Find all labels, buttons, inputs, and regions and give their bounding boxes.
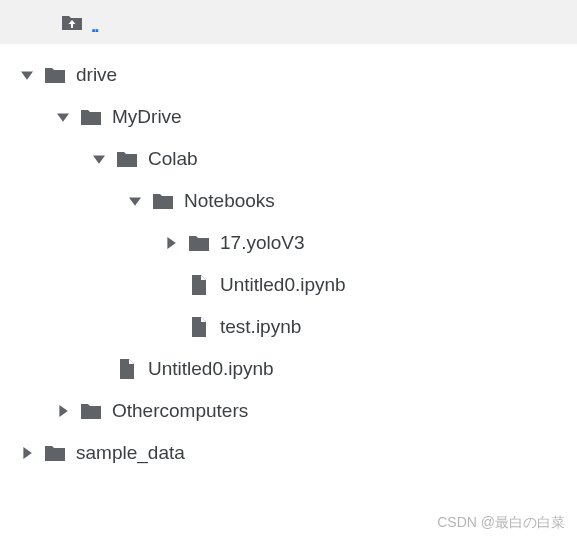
tree-item-test[interactable]: test.ipynb <box>0 306 577 348</box>
tree-item-colab[interactable]: Colab <box>0 138 577 180</box>
chevron-right-icon[interactable] <box>160 232 182 254</box>
folder-icon <box>186 232 212 254</box>
tree-item-mydrive[interactable]: MyDrive <box>0 96 577 138</box>
chevron-down-icon[interactable] <box>52 106 74 128</box>
tree-item-label: sample_data <box>76 442 185 464</box>
tree-item-label: test.ipynb <box>220 316 301 338</box>
chevron-down-icon[interactable] <box>124 190 146 212</box>
tree-item-othercomputers[interactable]: Othercomputers <box>0 390 577 432</box>
tree-item-label: drive <box>76 64 117 86</box>
tree-item-drive[interactable]: drive <box>0 54 577 96</box>
file-icon <box>114 358 140 380</box>
upload-bar: .. <box>0 0 577 44</box>
tree-item-17yolov3[interactable]: 17.yoloV3 <box>0 222 577 264</box>
tree-item-untitled0-2[interactable]: Untitled0.ipynb <box>0 348 577 390</box>
tree-item-label: Colab <box>148 148 198 170</box>
folder-icon <box>78 400 104 422</box>
upload-icon[interactable] <box>60 12 84 32</box>
tree-item-untitled0-1[interactable]: Untitled0.ipynb <box>0 264 577 306</box>
folder-icon <box>150 190 176 212</box>
tree-item-label: Untitled0.ipynb <box>220 274 346 296</box>
tree-item-notebooks[interactable]: Notebooks <box>0 180 577 222</box>
tree-item-label: Untitled0.ipynb <box>148 358 274 380</box>
chevron-down-icon[interactable] <box>16 64 38 86</box>
parent-dir-link[interactable]: .. <box>91 15 98 37</box>
tree-item-sampledata[interactable]: sample_data <box>0 432 577 474</box>
file-icon <box>186 316 212 338</box>
tree-item-label: Notebooks <box>184 190 275 212</box>
chevron-down-icon[interactable] <box>88 148 110 170</box>
file-icon <box>186 274 212 296</box>
folder-icon <box>42 64 68 86</box>
chevron-right-icon[interactable] <box>16 442 38 464</box>
tree-item-label: Othercomputers <box>112 400 248 422</box>
file-tree: drive MyDrive Colab Notebooks 17.yoloV3 … <box>0 50 577 474</box>
folder-icon <box>42 442 68 464</box>
folder-icon <box>114 148 140 170</box>
tree-item-label: 17.yoloV3 <box>220 232 305 254</box>
watermark-text: CSDN @最白の白菜 <box>437 514 565 532</box>
chevron-right-icon[interactable] <box>52 400 74 422</box>
folder-icon <box>78 106 104 128</box>
tree-item-label: MyDrive <box>112 106 182 128</box>
